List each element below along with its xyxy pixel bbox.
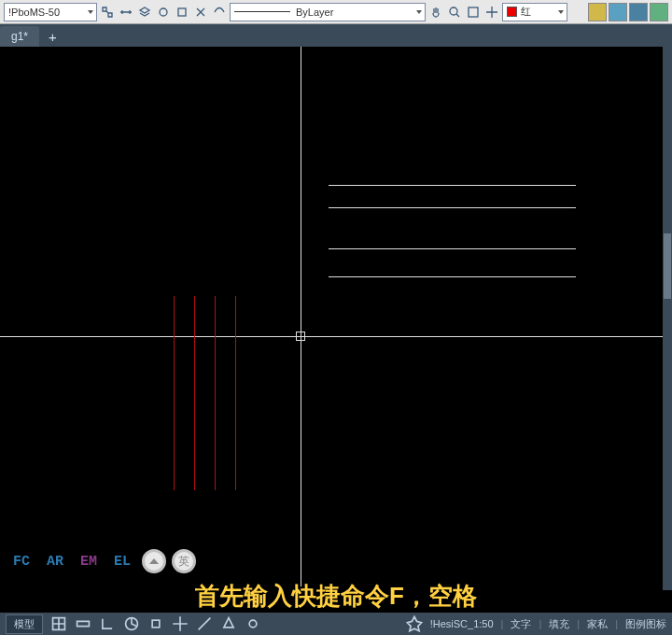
tab-strip: g1* + [0,24,672,47]
color-dropdown[interactable]: 红 [502,3,567,21]
svg-rect-1 [178,8,186,16]
drawing-line [329,185,576,186]
linetype-value: ByLayer [296,7,333,18]
status-icon[interactable] [172,615,189,632]
palette-tool-icon[interactable] [629,3,648,21]
status-text-item[interactable]: 家私 [587,617,608,631]
text-style-dropdown[interactable]: !PboMS-50 [4,3,97,21]
ortho-toggle-icon[interactable] [99,615,116,632]
crosshair-horizontal [0,336,663,337]
drawing-tab[interactable]: g1* [0,26,39,47]
line-sample-icon [234,11,290,12]
crosshair-vertical [301,47,301,590]
separator: | [501,618,504,629]
chevron-up-icon [149,558,159,564]
svg-point-2 [450,7,457,15]
color-swatch-icon [507,7,517,17]
drawing-canvas[interactable] [0,47,663,590]
ime-button[interactable]: 英 [172,549,196,573]
drawing-line-red [215,296,216,490]
shortcut-chip-em[interactable]: EM [75,552,103,572]
snap-toggle-icon[interactable] [75,615,91,632]
scale-value[interactable]: !HesiSC_1:50 [430,618,494,629]
svg-rect-5 [152,620,160,628]
shortcut-chip-fc[interactable]: FC [7,552,35,572]
status-text-item[interactable]: 图例图标 [625,617,666,631]
new-tab-button[interactable]: + [39,26,66,47]
status-bar: 模型 !HesiSC_1:50 | 文字 | 填充 | 家私 | 图例图标 [0,613,672,635]
palette-tool-icon[interactable] [650,3,668,21]
right-toolbar-icons [588,3,668,21]
match-properties-icon[interactable] [99,4,116,21]
subtitle-overlay: 首先输入快捷命令F，空格 [0,580,672,613]
pan-icon[interactable] [427,4,444,21]
palette-tool-icon[interactable] [588,3,607,21]
vertical-scrollbar[interactable] [663,47,672,590]
collapse-button[interactable] [142,549,166,573]
chevron-down-icon [88,10,93,14]
zoom-icon[interactable] [446,4,463,21]
svg-rect-3 [469,7,478,17]
drawing-line [329,248,576,249]
drawing-line-red [174,296,175,490]
layer-properties-icon[interactable] [136,4,153,21]
annoscale-icon[interactable] [406,615,423,632]
tool-icon[interactable] [211,4,228,21]
color-value: 红 [521,5,531,19]
model-space-button[interactable]: 模型 [6,614,43,634]
top-toolbar: !PboMS-50 ByLayer 红 [0,0,672,24]
grid-toggle-icon[interactable] [50,615,67,632]
osnap-toggle-icon[interactable] [147,615,164,632]
separator: | [539,618,541,629]
tool-icon[interactable] [155,4,172,21]
model-label: 模型 [14,618,35,629]
scrollbar-thumb[interactable] [664,233,671,299]
plus-icon: + [49,29,57,45]
tool-icon[interactable] [174,4,190,21]
status-icon[interactable] [196,615,213,632]
separator: | [615,618,618,629]
svg-point-0 [160,8,167,16]
linetype-dropdown[interactable]: ByLayer [230,3,426,21]
chevron-down-icon [558,10,564,14]
command-shortcut-bar: FC AR EM EL 英 [0,545,203,577]
zoom-window-icon[interactable] [465,4,482,21]
chevron-down-icon [416,10,422,14]
separator: | [577,618,580,629]
drawing-line-red [235,296,236,490]
svg-point-6 [249,620,257,628]
drawing-line [329,276,576,277]
polar-toggle-icon[interactable] [123,615,140,632]
status-text-item[interactable]: 填充 [549,617,569,631]
drawing-line [329,207,576,208]
status-icon[interactable] [220,615,237,632]
dimension-icon[interactable] [118,4,134,21]
shortcut-chip-el[interactable]: EL [108,552,136,572]
ime-label: 英 [178,554,189,570]
crosshair-pickbox [296,332,305,341]
status-icon[interactable] [245,615,261,632]
shortcut-chip-ar[interactable]: AR [41,552,69,572]
drawing-line-red [194,296,195,490]
text-style-value: !PboMS-50 [8,7,60,18]
palette-tool-icon[interactable] [609,3,627,21]
tab-label: g1* [11,30,28,43]
tool-icon[interactable] [192,4,209,21]
status-text-item[interactable]: 文字 [511,617,531,631]
tool-icon[interactable] [483,4,500,21]
